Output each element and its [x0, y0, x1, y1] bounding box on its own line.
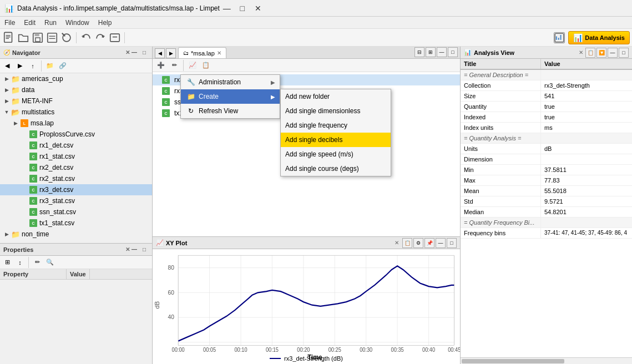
toggle-americas-cup[interactable]: ▶: [2, 74, 11, 83]
prop-sort-btn[interactable]: ↕: [14, 257, 26, 268]
tree-item-non-time[interactable]: ▶ 📁 non_time: [0, 229, 152, 240]
nav-forward[interactable]: ▶: [14, 60, 26, 72]
tree-item-data[interactable]: ▶ 📁 data: [0, 84, 152, 95]
menu-run[interactable]: Run: [40, 18, 61, 28]
menu-edit[interactable]: Edit: [19, 18, 40, 28]
analysis-col-value: Value: [541, 59, 564, 69]
nav-link[interactable]: 🔗: [57, 60, 69, 72]
tree-item-rx3-det[interactable]: ▶ C rx3_det.csv: [0, 184, 152, 195]
toolbar-btn-2[interactable]: [17, 31, 30, 44]
analysis-col-headers: Title Value: [461, 59, 632, 70]
analysis-scroll-thumb[interactable]: [462, 359, 564, 363]
data-analysis-button[interactable]: 📊 Data Analysis: [568, 31, 630, 44]
prop-btn2[interactable]: 🔍: [44, 257, 56, 268]
sub-add-decibels[interactable]: Add single decibels: [281, 133, 391, 147]
sub-add-speed[interactable]: Add single speed (m/s): [281, 147, 391, 161]
tree-item-rx2-det[interactable]: ▶ C rx2_det.csv: [0, 162, 152, 173]
minimize-button[interactable]: —: [220, 3, 234, 14]
editor-ctrl-maximize[interactable]: □: [448, 47, 458, 57]
properties-title: Properties: [3, 246, 125, 253]
sub-add-folder[interactable]: Add new folder: [281, 89, 391, 104]
xy-mark-btn[interactable]: 📌: [424, 238, 434, 248]
tree-item-msa-lap[interactable]: ▶ L msa.lap: [0, 118, 152, 129]
xy-settings-btn[interactable]: ⚙: [413, 238, 423, 248]
analysis-scrollbar[interactable]: [461, 357, 632, 364]
svg-text:00:00: 00:00: [172, 346, 185, 352]
toolbar-btn-1[interactable]: [2, 31, 16, 44]
navigator-maximize[interactable]: □: [140, 48, 149, 57]
file-tab-close[interactable]: ✕: [217, 50, 221, 56]
file-add-btn[interactable]: ➕: [155, 60, 167, 71]
sub-add-course[interactable]: Add single course (degs): [281, 161, 391, 176]
close-button[interactable]: ✕: [251, 3, 265, 14]
maximize-button[interactable]: □: [235, 3, 250, 14]
properties-tab-close[interactable]: ✕: [125, 246, 130, 252]
sub-add-frequency[interactable]: Add single frequency: [281, 118, 391, 133]
analysis-cell-min-value: 37.5811: [541, 165, 570, 175]
xy-export-btn[interactable]: 📋: [402, 238, 412, 248]
analysis-cell-size-value: 541: [541, 91, 558, 101]
editor-ctrl-minimize[interactable]: —: [437, 47, 447, 57]
ctx-refresh[interactable]: ↻ Refresh View: [181, 104, 280, 118]
toolbar-analysis-icon[interactable]: [554, 32, 565, 43]
nav-back[interactable]: ◀: [1, 60, 13, 72]
toolbar-redo[interactable]: [94, 31, 107, 44]
file-edit-btn[interactable]: ✏: [168, 60, 180, 71]
navigator-minimize[interactable]: —: [130, 48, 139, 57]
toolbar-btn-4[interactable]: [45, 31, 59, 44]
nav-collapse[interactable]: 📁: [44, 60, 56, 72]
prop-categories-btn[interactable]: ⊞: [1, 257, 13, 268]
ctx-administration[interactable]: 🔧 Administration ▶: [181, 75, 280, 89]
editor-ctrl-1[interactable]: ⊟: [414, 47, 424, 57]
file-content: ➕ ✏ 📈 📋 C rx3_det.csv C rx3_stat.csv: [153, 59, 460, 236]
properties-minimize[interactable]: —: [130, 245, 139, 254]
editor-nav-forward[interactable]: ▶: [166, 48, 176, 58]
toolbar-btn-3[interactable]: [31, 31, 44, 44]
tree-item-meta-inf[interactable]: ▶ 📁 META-INF: [0, 95, 152, 107]
file-chart-btn[interactable]: 📈: [186, 60, 199, 71]
navigator-tab-close[interactable]: ✕: [125, 49, 130, 55]
title-bar-controls: — □ ✕: [220, 3, 265, 14]
toggle-multistatics[interactable]: ▼: [2, 108, 11, 117]
sub-add-dimensionless[interactable]: Add single dimensionless: [281, 104, 391, 118]
toolbar-btn-6[interactable]: [108, 31, 122, 44]
svg-text:00:40: 00:40: [422, 346, 435, 352]
file-table-btn[interactable]: 📋: [200, 60, 212, 71]
folder-icon-non-time: 📁: [11, 230, 20, 239]
tree-item-ssn-stat[interactable]: ▶ C ssn_stat.csv: [0, 206, 152, 218]
menu-window[interactable]: Window: [61, 18, 94, 28]
analysis-tab-close[interactable]: ✕: [579, 49, 583, 55]
toolbar-undo[interactable]: [79, 31, 93, 44]
tree-item-tx1-stat[interactable]: ▶ C tx1_stat.csv: [0, 218, 152, 229]
tree-item-rx3-stat[interactable]: ▶ C rx3_stat.csv: [0, 195, 152, 206]
toggle-meta-inf[interactable]: ▶: [2, 97, 11, 105]
properties-toolbar: ⊞ ↕ ✏ 🔍: [0, 256, 152, 269]
nav-up[interactable]: ↑: [27, 60, 39, 72]
tree-item-rx2-stat[interactable]: ▶ C rx2_stat.csv: [0, 173, 152, 184]
svg-text:40: 40: [168, 314, 174, 321]
xy-minimize-btn[interactable]: —: [436, 238, 446, 248]
xy-plot-tab-close[interactable]: ✕: [395, 240, 399, 246]
analysis-filter-btn[interactable]: 🔽: [596, 48, 606, 58]
file-tab-msa-lap[interactable]: 🗂 *msa.lap ✕: [178, 47, 226, 58]
ctx-create[interactable]: 📁 Create ▶: [181, 89, 280, 104]
toolbar-btn-5[interactable]: [60, 31, 73, 44]
toggle-data[interactable]: ▶: [2, 85, 11, 94]
editor-nav-back[interactable]: ◀: [155, 48, 165, 58]
prop-btn1[interactable]: ✏: [31, 257, 43, 268]
analysis-copy-btn[interactable]: 📋: [585, 48, 595, 58]
xy-maximize-btn[interactable]: □: [447, 238, 457, 248]
tree-item-multistatics[interactable]: ▼ 📂 multistatics: [0, 107, 152, 118]
analysis-maximize-btn[interactable]: □: [619, 48, 629, 58]
tree-item-americas-cup[interactable]: ▶ 📁 americas_cup: [0, 73, 152, 84]
tree-item-rx1-stat[interactable]: ▶ C rx1_stat.csv: [0, 151, 152, 162]
menu-help[interactable]: Help: [94, 18, 117, 28]
analysis-minimize-btn[interactable]: —: [608, 48, 618, 58]
editor-ctrl-2[interactable]: ⊞: [426, 47, 436, 57]
properties-maximize[interactable]: □: [140, 245, 149, 254]
tree-item-proploss[interactable]: ▶ C ProplossCurve.csv: [0, 129, 152, 140]
toggle-msa-lap[interactable]: ▶: [11, 119, 20, 128]
menu-file[interactable]: File: [0, 18, 19, 28]
tree-item-rx1-det[interactable]: ▶ C rx1_det.csv: [0, 140, 152, 151]
toggle-non-time[interactable]: ▶: [2, 230, 11, 239]
